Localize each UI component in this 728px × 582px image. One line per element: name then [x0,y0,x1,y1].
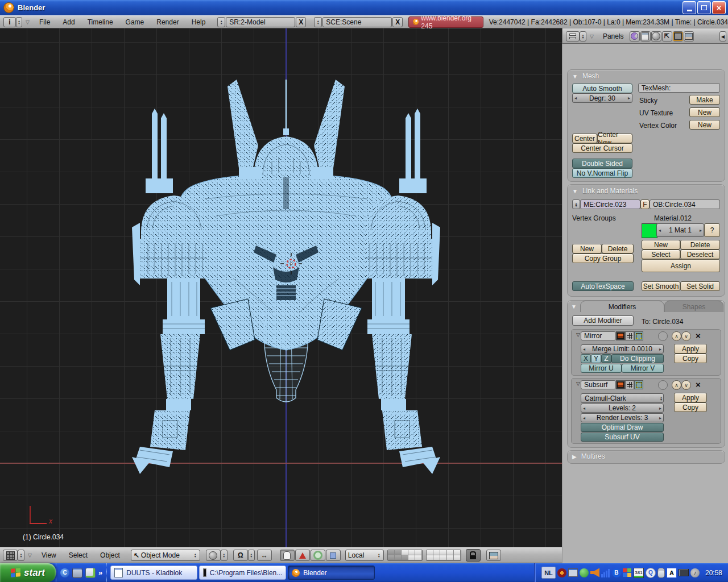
draw-type-icon[interactable] [206,550,221,561]
subsurf-apply-button[interactable]: Apply [674,393,707,402]
layer-cell[interactable] [408,550,415,555]
mirror-z-toggle[interactable]: Z [601,354,611,363]
set-solid-button[interactable]: Set Solid [680,281,720,291]
modifiers-collapse-icon[interactable]: ▼ [571,304,577,310]
subsurf-expand-icon[interactable]: ▽ [576,381,580,386]
uv-texture-new-button[interactable]: New [689,107,720,117]
shading-context-icon[interactable] [651,31,661,41]
double-sided-toggle[interactable]: Double Sided [572,159,632,168]
center-button[interactable]: Center [572,134,597,143]
mirror-display-toggle-icon[interactable] [634,331,643,340]
render-levels-slider[interactable]: ◂Render Levels: 3▸ [581,413,664,422]
mesh-datablock-field[interactable]: ME:Circle.023 [580,199,640,209]
mirror-x-toggle[interactable]: X [581,354,591,363]
keyboard-tray-icon[interactable] [679,569,689,576]
layer-cell[interactable] [454,555,461,560]
object-name-field[interactable]: OB:Circle.034 [650,199,720,209]
subsurf-editmode-circle-icon[interactable] [658,380,668,390]
mode-dropdown[interactable]: ↖ Object Mode ▴▾ [131,550,200,561]
layer-buttons-group-1[interactable] [387,550,423,561]
menu-object[interactable]: Object [100,551,120,559]
scene-browse-icon[interactable]: ▴▾ [314,17,322,27]
screen-delete-button[interactable]: X [296,17,306,27]
degr-slider[interactable]: ◂Degr: 30▸ [572,93,632,103]
menu-game[interactable]: Game [126,18,144,26]
mech-wireframe-model[interactable] [0,28,562,547]
layer-cell[interactable] [388,550,395,555]
editing-context-icon[interactable] [673,31,683,41]
set-smooth-button[interactable]: Set Smooth [642,281,680,291]
menu-file[interactable]: File [39,18,50,26]
tab-modifiers[interactable]: Modifiers [580,301,664,312]
menu-view[interactable]: View [42,551,56,559]
material-delete-button[interactable]: Delete [680,240,720,250]
multires-panel-title[interactable]: Multires [581,452,605,460]
proportional-edit-dropdown[interactable]: ▴▾ [248,550,255,561]
subsurf-type-dropdown[interactable]: Catmull-Clark ▴▾ [581,393,664,403]
screen-browse-icon[interactable]: ▴▾ [217,17,225,27]
menu-help[interactable]: Help [192,18,206,26]
battery-meter-tray-icon[interactable]: 381 [634,568,644,578]
mesh-collapse-icon[interactable]: ▼ [572,73,578,80]
subsurf-delete-icon[interactable]: × [696,380,701,389]
tab-shapes[interactable]: Shapes [664,301,723,312]
windows-update-tray-icon[interactable] [623,568,632,577]
subsurf-move-down-button[interactable]: ∨ [681,380,691,390]
subsurf-edit-toggle-icon[interactable] [625,380,634,389]
mirror-y-toggle[interactable]: Y [591,354,601,363]
layer-cell[interactable] [402,550,408,555]
task-button-notepad[interactable]: DUUTS - Kladblok [110,566,197,580]
scene-delete-button[interactable]: X [392,17,403,27]
mirror-delete-icon[interactable]: × [696,331,701,340]
layer-cell[interactable] [440,550,447,555]
optimal-draw-toggle[interactable]: Optimal Draw [581,423,664,432]
object-context-icon[interactable]: ⇱ [662,31,672,41]
autotexspace-toggle[interactable]: AutoTexSpace [572,281,634,291]
language-a-tray-icon[interactable]: A [667,568,677,578]
texmesh-field[interactable]: TexMesh: [638,83,720,93]
mirror-u-toggle[interactable]: Mirror U [581,364,622,373]
collapse-triangle-icon[interactable]: ▽ [26,19,30,25]
scene-selector[interactable]: SCE:Scene [322,17,392,27]
manipulator-scale-icon[interactable] [326,550,341,561]
material-color-swatch[interactable] [642,223,657,238]
subsurf-name-field[interactable]: Subsurf [581,380,616,389]
manipulator-hand-icon[interactable] [280,550,295,561]
center-new-button[interactable]: Center New [597,134,632,143]
volume-tray-icon[interactable] [590,568,599,577]
layer-cell[interactable] [427,550,433,555]
subsurf-copy-button[interactable]: Copy [674,402,707,412]
menu-timeline[interactable]: Timeline [88,18,113,26]
draw-type-dropdown[interactable]: ▴▾ [221,550,228,561]
mesh-panel-title[interactable]: Mesh [582,72,599,80]
menu-render[interactable]: Render [156,18,179,26]
subsurf-move-up-button[interactable]: ∧ [672,380,681,390]
viewport-collapse-icon[interactable]: ▽ [28,552,32,558]
deselect-button[interactable]: Deselect [680,250,720,259]
do-clipping-toggle[interactable]: Do Clipping [611,354,664,363]
layer-cell[interactable] [440,555,447,560]
subsurf-levels-slider[interactable]: ◂Levels: 2▸ [581,404,664,413]
quick-launch-icon-2[interactable] [72,568,82,578]
layer-buttons-group-2[interactable] [426,550,461,561]
link-panel-title[interactable]: Link and Materials [582,187,638,195]
mirror-v-toggle[interactable]: Mirror V [622,364,664,373]
vertex-color-new-button[interactable]: New [689,120,720,130]
task-button-cmd[interactable]: C:\Program Files\Blen... [199,566,286,580]
orientation-dropdown[interactable]: Local ▴▾ [345,550,384,561]
title-bar[interactable]: Blender × [0,0,728,15]
layer-cell[interactable] [433,555,440,560]
quicktime-tray-icon[interactable]: Q [646,568,656,578]
mirror-expand-icon[interactable]: ▽ [576,332,580,338]
mouse-tray-icon[interactable] [657,568,665,578]
snap-expand-icon[interactable]: ↔ [257,550,272,561]
subsurf-render-toggle-icon[interactable] [616,380,625,389]
panels-label[interactable]: Panels [603,32,624,40]
merge-limit-slider[interactable]: ◂Merge Limit: 0.0010▸ [581,344,664,354]
manipulator-translate-icon[interactable] [295,550,310,561]
select-button[interactable]: Select [642,250,680,259]
viewport-type-dropdown[interactable]: ▴▾ [18,550,24,561]
multires-expand-icon[interactable]: ▶ [572,454,577,460]
fake-user-button[interactable]: F [640,199,650,209]
script-context-icon[interactable] [640,31,651,41]
